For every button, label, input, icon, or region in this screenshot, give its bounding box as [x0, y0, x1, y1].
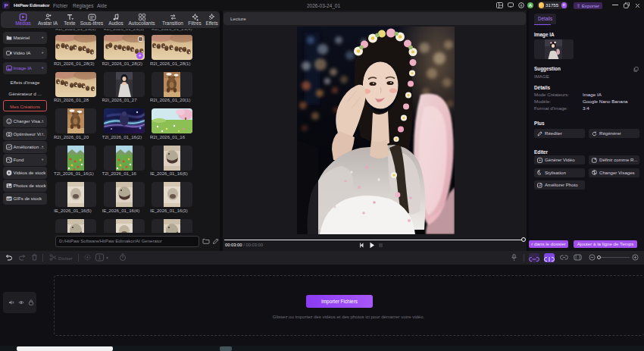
- svg-text:1: 1: [98, 255, 102, 260]
